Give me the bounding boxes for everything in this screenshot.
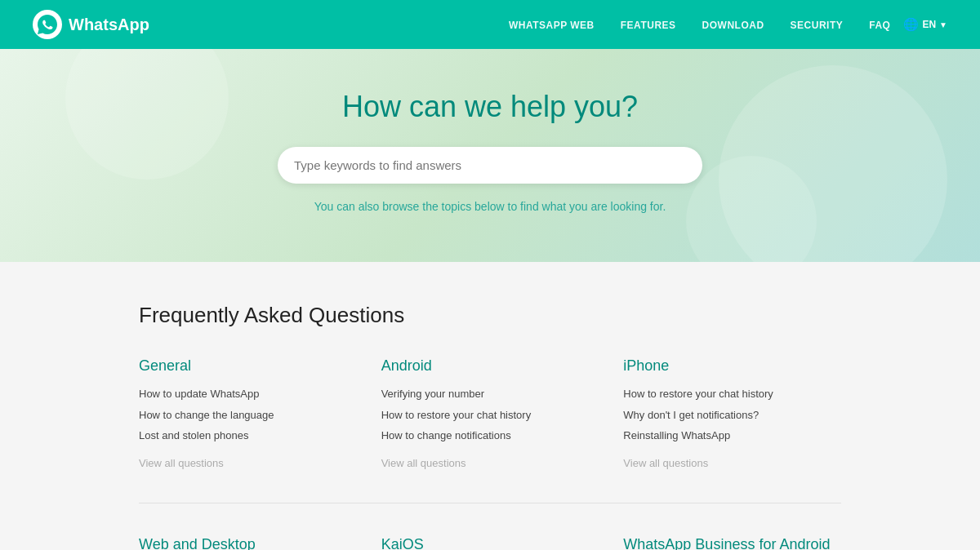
view-all-iphone[interactable]: View all questions xyxy=(623,457,708,469)
language-selector[interactable]: 🌐 EN ▼ xyxy=(903,17,947,32)
lang-label: EN xyxy=(922,19,936,30)
category-iphone: iPhone How to restore your chat history … xyxy=(623,357,841,470)
faq-link[interactable]: Reinstalling WhatsApp xyxy=(623,429,730,441)
list-item: Verifying your number xyxy=(381,386,599,402)
view-all-general[interactable]: View all questions xyxy=(139,457,224,469)
search-bar xyxy=(278,147,702,184)
nav-faq[interactable]: FAQ xyxy=(869,20,890,31)
navbar: WhatsApp WHATSAPP WEB FEATURES DOWNLOAD … xyxy=(0,0,980,49)
chevron-down-icon: ▼ xyxy=(939,20,947,29)
category-web-desktop: Web and Desktop How to use WhatsApp on c… xyxy=(139,536,357,551)
category-general: General How to update WhatsApp How to ch… xyxy=(139,357,357,470)
list-item: How to restore your chat history xyxy=(381,407,599,424)
faq-link[interactable]: Lost and stolen phones xyxy=(139,429,248,441)
category-iphone-links: How to restore your chat history Why don… xyxy=(623,386,841,444)
faq-section-title: Frequently Asked Questions xyxy=(139,303,841,328)
list-item: How to restore your chat history xyxy=(623,386,841,402)
category-kaios: KaiOS How to verify your phone number Ho… xyxy=(381,536,599,551)
category-general-title: General xyxy=(139,357,357,375)
nav-whatsapp-web[interactable]: WHATSAPP WEB xyxy=(509,20,595,31)
nav-security[interactable]: SECURITY xyxy=(791,20,844,31)
faq-grid: General How to update WhatsApp How to ch… xyxy=(139,357,841,550)
nav-features[interactable]: FEATURES xyxy=(621,20,676,31)
list-item: Why don't I get notifications? xyxy=(623,407,841,424)
faq-link[interactable]: How to change the language xyxy=(139,409,274,421)
row-divider xyxy=(139,503,841,503)
faq-link[interactable]: How to update WhatsApp xyxy=(139,388,259,400)
view-all-android[interactable]: View all questions xyxy=(381,457,466,469)
category-android-title: Android xyxy=(381,357,599,375)
faq-link[interactable]: How to restore your chat history xyxy=(381,409,532,421)
list-item: How to change notifications xyxy=(381,428,599,444)
hero-subtitle: You can also browse the topics below to … xyxy=(16,200,964,213)
list-item: Reinstalling WhatsApp xyxy=(623,428,841,444)
list-item: Lost and stolen phones xyxy=(139,428,357,444)
list-item: How to update WhatsApp xyxy=(139,386,357,402)
nav-links: WHATSAPP WEB FEATURES DOWNLOAD SECURITY … xyxy=(509,17,891,32)
list-item: How to change the language xyxy=(139,407,357,424)
category-whatsapp-business-title: WhatsApp Business for Android xyxy=(623,536,841,551)
category-android: Android Verifying your number How to res… xyxy=(381,357,599,470)
category-web-desktop-title: Web and Desktop xyxy=(139,536,357,551)
category-general-links: How to update WhatsApp How to change the… xyxy=(139,386,357,444)
faq-link[interactable]: How to restore your chat history xyxy=(623,388,773,400)
faq-link[interactable]: Verifying your number xyxy=(381,388,484,400)
nav-download[interactable]: DOWNLOAD xyxy=(702,20,764,31)
faq-link[interactable]: Why don't I get notifications? xyxy=(623,409,759,421)
hero-title: How can we help you? xyxy=(16,90,964,124)
logo-link[interactable]: WhatsApp xyxy=(33,10,149,39)
logo-text: WhatsApp xyxy=(69,16,149,34)
category-android-links: Verifying your number How to restore you… xyxy=(381,386,599,444)
search-input[interactable] xyxy=(278,147,702,184)
faq-link[interactable]: How to change notifications xyxy=(381,429,511,441)
main-content: Frequently Asked Questions General How t… xyxy=(122,262,858,550)
category-whatsapp-business-android: WhatsApp Business for Android WhatsApp b… xyxy=(623,536,841,551)
hero-section: How can we help you? You can also browse… xyxy=(0,49,980,262)
globe-icon: 🌐 xyxy=(903,17,919,32)
category-iphone-title: iPhone xyxy=(623,357,841,375)
whatsapp-logo-icon xyxy=(33,10,62,39)
category-kaios-title: KaiOS xyxy=(381,536,599,551)
